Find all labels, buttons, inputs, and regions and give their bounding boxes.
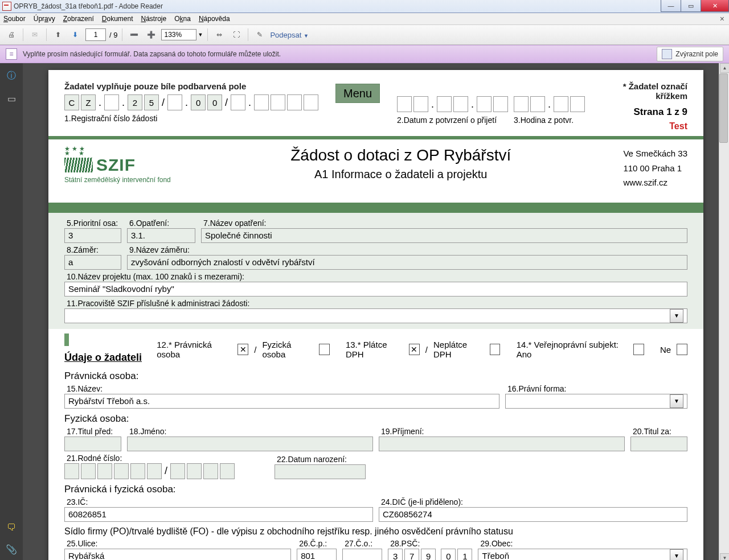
zoom-in-icon[interactable]: ➕ xyxy=(144,28,158,42)
email-icon[interactable]: ✉ xyxy=(28,28,42,42)
print-icon[interactable]: 🖨 xyxy=(5,28,18,42)
field-9: zvyšování odborných znalostí v odvětví r… xyxy=(127,255,687,270)
document-area[interactable]: Žadatel vyplňuje pouze bíle podbarvená p… xyxy=(23,63,729,560)
side-panel: ⓘ ▭ 🗨 📎 xyxy=(0,63,23,560)
form-icon: ≡ xyxy=(6,48,17,60)
window-title: OPRYB_žádost_31a třeboň1.pdf - Adobe Rea… xyxy=(14,2,163,10)
label-3: 3.Hodina z potvr. xyxy=(514,116,585,125)
minimize-button[interactable]: — xyxy=(661,0,681,12)
toolbar: 🖨 ✉ ⬆ ⬇ / 9 ➖ ➕ ▼ ⇔ ⛶ ✎ Podepsat ▼ xyxy=(0,25,729,45)
page-total: / 9 xyxy=(109,31,117,39)
zoom-input[interactable] xyxy=(161,29,196,40)
field-18 xyxy=(127,437,373,451)
comments-icon[interactable]: 🗨 xyxy=(6,522,17,533)
address-block: Ve Smečkách 33 110 00 Praha 1 www.szif.c… xyxy=(623,146,687,190)
chk-verejno-ne[interactable] xyxy=(677,344,687,355)
chk-verejno-ano[interactable] xyxy=(633,344,644,355)
close-button[interactable]: ✕ xyxy=(701,0,729,12)
dropdown-icon[interactable]: ▼ xyxy=(670,549,683,561)
chk-platce[interactable]: ✕ xyxy=(409,344,420,355)
chk-fyzicka[interactable] xyxy=(319,344,330,355)
field-29[interactable]: Třeboň▼ xyxy=(478,549,687,561)
page-indicator: Strana 1 z 9 xyxy=(591,106,687,118)
menu-bar: Soubor Úpravy Zobrazení Dokument Nástroj… xyxy=(0,13,729,25)
maximize-button[interactable]: ▭ xyxy=(681,0,701,12)
field-7: Společné činnosti xyxy=(201,228,687,243)
chk-pravnicka[interactable]: ✕ xyxy=(237,344,248,355)
menu-tools[interactable]: Nástroje xyxy=(141,15,167,23)
menu-help[interactable]: Nápověda xyxy=(199,15,230,23)
scroll-thumb[interactable] xyxy=(719,73,728,143)
zoom-out-icon[interactable]: ➖ xyxy=(127,28,141,42)
field-17 xyxy=(64,437,121,451)
field-20 xyxy=(630,437,687,451)
form-message: Vyplňte prosím následující formulář. Dat… xyxy=(23,50,281,58)
test-label: Test xyxy=(591,121,687,131)
zoom-dropdown-icon[interactable]: ▼ xyxy=(198,32,203,38)
registration-row: C Z . . 2 5 / . 0 0 / xyxy=(64,94,318,110)
field-6: 3.1. xyxy=(127,228,195,243)
field-25[interactable]: Rybářská xyxy=(64,549,291,561)
field-16[interactable]: ▼ xyxy=(505,394,687,409)
scroll-up-icon[interactable]: ▲ xyxy=(720,63,729,73)
page-down-icon[interactable]: ⬇ xyxy=(68,28,82,42)
field-22 xyxy=(275,464,366,479)
form-message-bar: ≡ Vyplňte prosím následující formulář. D… xyxy=(0,45,729,63)
pdf-icon xyxy=(2,2,11,11)
field-19 xyxy=(379,437,625,451)
field-26[interactable]: 801 xyxy=(297,549,337,561)
menu-edit[interactable]: Úpravy xyxy=(34,15,55,23)
label-2: 2.Datum z potvrzení o přijetí xyxy=(397,116,508,125)
menu-view[interactable]: Zobrazení xyxy=(63,15,94,23)
field-15[interactable]: Rybářství Třeboň a.s. xyxy=(64,394,499,409)
section-applicant: Údaje o žadateli xyxy=(64,352,142,364)
field-10[interactable]: Seminář "Sladkovodní ryby" xyxy=(64,282,687,297)
mark-label: * Žadatel označí křížkem xyxy=(591,81,687,101)
label-1: 1.Registrační číslo žádosti xyxy=(64,114,318,123)
edit-icon[interactable]: ✎ xyxy=(253,28,267,42)
dropdown-icon[interactable]: ▼ xyxy=(670,309,683,323)
form-menu-button[interactable]: Menu xyxy=(335,84,380,103)
pages-icon[interactable]: ▭ xyxy=(6,93,17,104)
field-24[interactable]: CZ60856274 xyxy=(379,507,687,522)
attachments-icon[interactable]: 📎 xyxy=(6,543,17,555)
info-icon[interactable]: ⓘ xyxy=(6,70,17,81)
field-23[interactable]: 60826851 xyxy=(64,507,373,522)
form-subtitle: A1 Informace o žadateli a projektu xyxy=(195,168,606,181)
pdf-page: Žadatel vyplňuje pouze bíle podbarvená p… xyxy=(48,70,703,560)
fit-page-icon[interactable]: ⛶ xyxy=(230,28,243,42)
form-title: Žádost o dotaci z OP Rybářství xyxy=(195,146,606,164)
highlight-fields-button[interactable]: Zvýraznit pole xyxy=(657,47,723,61)
highlight-icon xyxy=(662,49,672,59)
menu-document[interactable]: Dokument xyxy=(102,15,133,23)
field-11[interactable]: ▼ xyxy=(64,308,687,323)
field-8: a xyxy=(64,255,121,270)
page-up-icon[interactable]: ⬆ xyxy=(51,28,65,42)
scroll-down-icon[interactable]: ▼ xyxy=(720,553,729,560)
sign-link[interactable]: Podepsat ▼ xyxy=(270,31,308,39)
vertical-scrollbar[interactable]: ▲ ▼ xyxy=(719,63,729,560)
fit-width-icon[interactable]: ⇔ xyxy=(212,28,226,42)
field-27[interactable] xyxy=(342,549,382,561)
dropdown-icon[interactable]: ▼ xyxy=(670,394,683,408)
szif-logo: ★ ★ ★★ ★ SZIF Státní zemědělský interven… xyxy=(64,146,178,184)
menu-file[interactable]: Soubor xyxy=(3,15,26,23)
page-number-input[interactable] xyxy=(85,28,106,41)
title-bar: OPRYB_žádost_31a třeboň1.pdf - Adobe Rea… xyxy=(0,0,729,13)
chk-neplatce[interactable] xyxy=(490,344,501,355)
menubar-close-icon[interactable]: × xyxy=(720,14,724,23)
menu-windows[interactable]: Okna xyxy=(174,15,191,23)
field-5: 3 xyxy=(64,228,121,243)
instruction-label: Žadatel vyplňuje pouze bíle podbarvená p… xyxy=(64,81,318,91)
